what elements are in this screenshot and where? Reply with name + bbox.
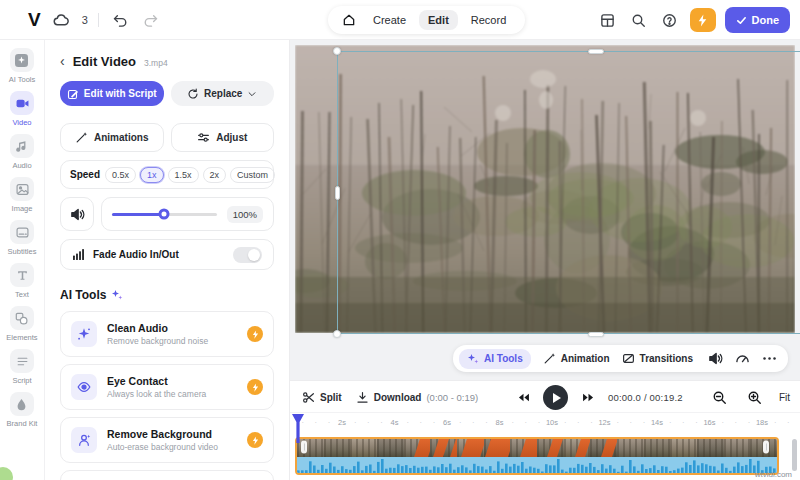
sidebar-item-script[interactable]: Script — [10, 349, 34, 385]
speed-option-1.5x[interactable]: 1.5x — [168, 167, 199, 183]
templates-icon[interactable] — [597, 9, 619, 31]
forward-icon[interactable] — [577, 387, 599, 409]
replace-button[interactable]: Replace — [171, 81, 275, 106]
timeline-toolbar: Split Download (0:00 - 0:19) 00:00.0 / 0… — [290, 380, 800, 413]
speed-option-1x[interactable]: 1x — [140, 167, 164, 183]
check-icon — [736, 15, 747, 26]
sidebar-item-subtitles[interactable]: Subtitles — [8, 220, 37, 256]
ruler-dot: · — [538, 418, 541, 427]
top-bar: V 3 Create Edit Record Done — [0, 0, 800, 40]
transitions-button[interactable]: Transitions — [622, 352, 693, 365]
fit-button[interactable]: Fit — [779, 392, 790, 403]
fade-audio-label: Fade Audio In/Out — [93, 249, 179, 260]
ruler-dot: · — [643, 418, 646, 427]
undo-icon[interactable] — [109, 9, 131, 31]
clip-thumbnail — [537, 439, 564, 457]
ai-tools-button[interactable]: AI Tools — [459, 349, 531, 369]
ruler-dot: · — [735, 418, 738, 427]
sidebar-item-video[interactable]: Video — [10, 91, 34, 127]
timeline-scrollbar[interactable] — [792, 439, 797, 471]
cloud-sync-icon — [50, 9, 72, 31]
speed-option-0.5x[interactable]: 0.5x — [105, 167, 136, 183]
volume-value: 100% — [227, 206, 263, 223]
home-icon[interactable] — [338, 9, 360, 31]
upgrade-button[interactable] — [690, 8, 716, 32]
more-options-icon[interactable] — [762, 351, 778, 367]
eye-icon — [77, 380, 91, 394]
video-icon — [16, 97, 29, 110]
animations-button[interactable]: Animations — [60, 123, 164, 152]
ai-tool-clean-audio[interactable]: Clean AudioRemove background noise — [60, 311, 274, 357]
done-button[interactable]: Done — [725, 7, 791, 33]
download-icon — [356, 391, 369, 404]
zoom-out-icon[interactable] — [709, 387, 731, 409]
subtitles-icon — [16, 226, 29, 239]
premium-bolt-badge — [247, 432, 263, 448]
split-button[interactable]: Split — [302, 391, 342, 404]
ruler-dot: · — [721, 418, 724, 427]
playhead[interactable] — [291, 413, 305, 443]
sidebar-item-text[interactable]: Text — [10, 263, 34, 299]
tab-edit[interactable]: Edit — [419, 10, 458, 30]
sidebar-item-ai-tools[interactable]: AI Tools — [9, 48, 36, 84]
download-button[interactable]: Download (0:00 - 0:19) — [356, 391, 479, 404]
clip-thumbnails — [297, 439, 777, 457]
play-button[interactable] — [543, 385, 568, 410]
adjust-button[interactable]: Adjust — [171, 123, 275, 152]
ruler-label-16s: 16s — [703, 418, 715, 427]
animation-button[interactable]: Animation — [543, 352, 610, 365]
sidebar-item-elements[interactable]: Elements — [6, 306, 37, 342]
ruler-label-18s: 18s — [756, 418, 768, 427]
rewind-icon[interactable] — [512, 387, 534, 409]
speed-control: Speed 0.5x1x1.5x2xCustom — [60, 160, 274, 189]
tab-create[interactable]: Create — [364, 10, 415, 30]
fade-audio-toggle[interactable] — [233, 247, 262, 263]
search-icon[interactable] — [628, 9, 650, 31]
ruler-dot: · — [616, 418, 619, 427]
edit-with-script-button[interactable]: Edit with Script — [60, 81, 164, 106]
volume-slider-thumb[interactable] — [159, 209, 170, 220]
zoom-in-icon[interactable] — [744, 387, 766, 409]
clip-thumbnail — [564, 439, 591, 457]
ruler-dot: · — [367, 418, 370, 427]
ruler-dot: · — [525, 418, 528, 427]
speed-gauge-icon[interactable] — [735, 351, 751, 367]
sidebar-item-image[interactable]: Image — [10, 177, 34, 213]
ruler-label-10s: 10s — [546, 418, 558, 427]
clip-thumbnail — [670, 439, 697, 457]
wand-icon — [75, 131, 88, 144]
help-icon[interactable] — [659, 9, 681, 31]
time-display: 00:00.0 / 00:19.2 — [608, 392, 683, 403]
ruler-dot: · — [472, 418, 475, 427]
audio-volume-icon[interactable] — [708, 351, 724, 367]
tab-record[interactable]: Record — [462, 10, 515, 30]
clip-thumbnail — [404, 439, 431, 457]
ai-tool-eye-contact[interactable]: Eye ContactAlways look at the camera — [60, 364, 274, 410]
clip-thumbnail — [697, 439, 724, 457]
sparkles-icon — [467, 353, 479, 365]
speed-option-2x[interactable]: 2x — [203, 167, 227, 183]
ai-tool-remove-background[interactable]: Remove BackgroundAuto-erase background v… — [60, 417, 274, 463]
redo-icon[interactable] — [141, 9, 163, 31]
ruler-label-8s: 8s — [496, 418, 504, 427]
video-preview[interactable] — [295, 45, 795, 333]
ruler-dot: · — [315, 418, 318, 427]
brand-kit-icon — [15, 398, 28, 411]
timeline-ruler[interactable]: ···2s···4s···6s···8s···10s···12s···14s··… — [295, 415, 795, 431]
trim-handle-left[interactable] — [301, 440, 307, 453]
clip-thumbnail — [324, 439, 351, 457]
ai-tool-remove-silences[interactable]: Remove Silences✓ — [60, 470, 274, 480]
sidebar-item-brand-kit[interactable]: Brand Kit — [7, 392, 38, 428]
video-clip-track[interactable] — [295, 437, 779, 475]
volume-slider[interactable] — [112, 213, 217, 216]
ruler-dot: · — [577, 418, 580, 427]
ruler-dot: · — [630, 418, 633, 427]
sidebar-item-audio[interactable]: Audio — [10, 134, 34, 170]
mute-button[interactable] — [60, 197, 94, 231]
cloud-count: 3 — [82, 14, 88, 26]
ruler-dot: · — [774, 418, 777, 427]
ruler-dot: · — [406, 418, 409, 427]
speed-option-custom[interactable]: Custom — [230, 167, 275, 183]
trim-handle-right[interactable] — [763, 440, 769, 453]
back-button[interactable]: ‹ — [60, 54, 65, 68]
